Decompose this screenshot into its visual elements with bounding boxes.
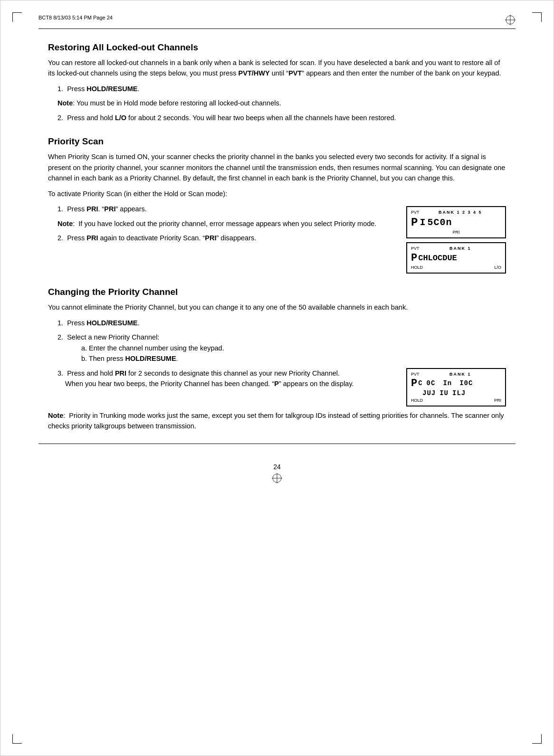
lcd3-pvt: PVT (411, 372, 420, 377)
lcd1-bottom-row: PRI (411, 230, 501, 235)
corner-mark-br (532, 734, 542, 744)
lcd1-top-row: PVT BANK 1 2 3 4 5 (411, 210, 501, 215)
page-number: 24 (273, 463, 281, 471)
priority-scan-diagrams: PVT BANK 1 2 3 4 5 P I 5C0n PRI (406, 206, 506, 274)
restoring-note1-text: : You must be in Hold mode before restor… (73, 99, 281, 107)
lcd3-pri: PRI (494, 398, 501, 403)
channel-note2: Note: Priority in Trunking mode works ju… (48, 410, 506, 432)
lcd2-lo-spacer (423, 265, 494, 270)
content-area: Restoring All Locked-out Channels You ca… (38, 42, 516, 432)
top-border (38, 28, 516, 29)
priority-channel-title: Changing the Priority Channel (48, 287, 506, 297)
lcd2-lo: L/O (494, 265, 501, 270)
channel-step2: 2. Select a new Priority Channel: a. Ent… (57, 332, 506, 364)
channel-step2a: a. Enter the channel number using the ke… (81, 343, 506, 353)
lcd1-p: P (411, 216, 418, 229)
restoring-note1: Note: You must be in Hold mode before re… (57, 98, 506, 108)
page-header: BCT8 8/13/03 5:14 PM Page 24 (38, 15, 516, 26)
header-text: BCT8 8/13/03 5:14 PM Page 24 (38, 15, 113, 20)
channel-step2-sub: a. Enter the channel number using the ke… (81, 343, 506, 364)
lcd-diagram-1: PVT BANK 1 2 3 4 5 P I 5C0n PRI (406, 206, 506, 238)
restoring-step2: 2. Press and hold L/O for about 2 second… (57, 113, 506, 123)
lcd2-bottom-row: HOLD L/O (411, 265, 501, 270)
lcd2-hold: HOLD (411, 265, 423, 270)
page-footer: 24 (38, 463, 516, 471)
lcd2-bank-label: BANK 1 (449, 246, 471, 251)
restoring-body: You can restore all locked-out channels … (48, 57, 506, 79)
page-wrapper: BCT8 8/13/03 5:14 PM Page 24 Restoring A… (0, 0, 554, 756)
channel-step1: 1. Press HOLD/RESUME. (57, 318, 506, 328)
corner-mark-bl (12, 734, 22, 744)
lcd2-main: CHLOCDUE (418, 254, 457, 263)
lcd1-pri: PRI (452, 230, 459, 235)
lcd2-pvt: PVT (411, 246, 420, 251)
restoring-title: Restoring All Locked-out Channels (48, 42, 506, 53)
channel-diagram: PVT BANK 1 P C 0C In I0C JUJ IU ILJ HOLD (406, 368, 506, 406)
lcd3-main-line2: JUJ IU ILJ (422, 389, 466, 397)
restoring-step1-bold: HOLD/RESUME (86, 85, 137, 93)
lcd3-main-line1: C 0C In I0C (418, 379, 473, 387)
priority-channel-body: You cannot eliminate the Priority Channe… (48, 302, 506, 312)
lcd3-hold: HOLD (411, 398, 423, 403)
lcd1-pvt: PVT (411, 210, 420, 215)
lcd-diagram-3: PVT BANK 1 P C 0C In I0C JUJ IU ILJ HOLD (406, 368, 506, 406)
bottom-crosshair-icon (272, 473, 282, 483)
lcd3-pri-spacer (423, 398, 494, 403)
restoring-note1-bold: Note (57, 99, 73, 107)
lcd3-bottom-row: HOLD PRI (411, 398, 501, 403)
corner-mark-tr (532, 12, 542, 22)
corner-mark-tl (12, 12, 22, 22)
restoring-step1: 1. Press HOLD/RESUME. (57, 84, 506, 94)
header-crosshair-icon (505, 15, 516, 26)
priority-scan-body: When Priority Scan is turned ON, your sc… (48, 151, 506, 183)
lcd2-top-row: PVT BANK 1 (411, 246, 501, 251)
lcd3-top-row: PVT BANK 1 (411, 372, 501, 377)
bottom-border (38, 444, 516, 444)
lcd2-p: P (411, 252, 417, 264)
lcd1-1: I (420, 217, 425, 228)
lcd1-bank-label: BANK 1 2 3 4 5 (439, 210, 482, 215)
lcd-diagram-2: PVT BANK 1 P CHLOCDUE HOLD L/O (406, 242, 506, 274)
priority-scan-steps: PVT BANK 1 2 3 4 5 P I 5C0n PRI (48, 204, 506, 274)
channel-step3-section: PVT BANK 1 P C 0C In I0C JUJ IU ILJ HOLD (48, 368, 506, 406)
lcd3-bank-label: BANK 1 (449, 372, 471, 377)
lcd3-p: P (411, 378, 417, 389)
channel-step2b: b. Then press HOLD/RESUME. (81, 353, 506, 364)
priority-scan-title: Priority Scan (48, 136, 506, 147)
priority-scan-intro: To activate Priority Scan (in either the… (48, 189, 506, 199)
lcd1-main: 5C0n (427, 217, 452, 228)
